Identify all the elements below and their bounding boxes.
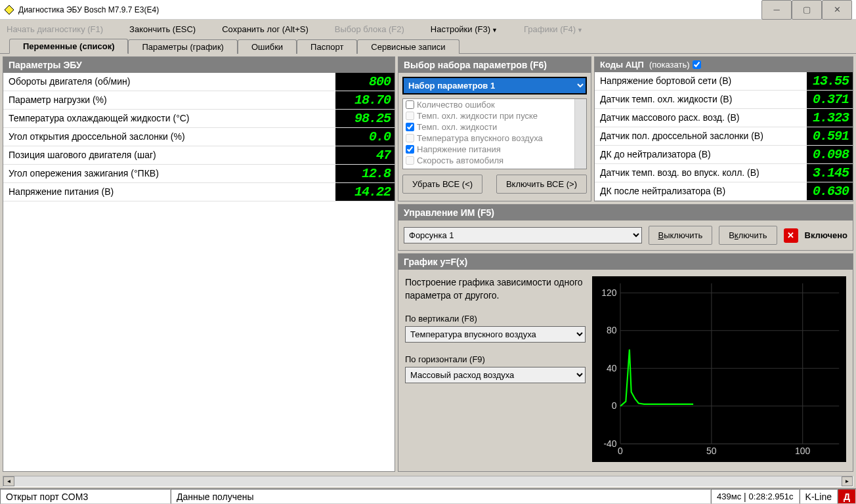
- charts-button[interactable]: Графики (F4)▼: [524, 24, 583, 34]
- check-box[interactable]: [406, 112, 414, 120]
- graph-y-select[interactable]: Температура впускного воздуха: [405, 326, 586, 343]
- svg-text:120: 120: [601, 287, 616, 298]
- scroll-right-icon[interactable]: ►: [842, 476, 853, 486]
- param-row[interactable]: Параметр нагрузки (%)18.70: [3, 91, 395, 110]
- svg-text:0: 0: [612, 400, 617, 411]
- im-close-icon[interactable]: ✕: [784, 228, 798, 243]
- param-row[interactable]: Позиция шагового двигателя (шаг)47: [3, 146, 395, 165]
- param-label: Параметр нагрузки (%): [3, 91, 335, 109]
- adc-show-checkbox[interactable]: [693, 60, 701, 69]
- app-icon: [4, 5, 14, 15]
- check-box[interactable]: [406, 145, 414, 154]
- maximize-button[interactable]: ▢: [792, 0, 822, 20]
- check-item[interactable]: Скорость автомобиля: [403, 155, 586, 166]
- ecu-params-panel: Параметры ЭБУ Обороты двигателя (об/мин)…: [3, 56, 395, 472]
- tab-errors[interactable]: Ошибки: [238, 39, 297, 54]
- check-item[interactable]: Темп. охл. жидкости: [403, 121, 586, 133]
- check-item[interactable]: Температура впускного воздуха: [403, 133, 586, 144]
- param-label: Напряжение питания (В): [3, 183, 335, 201]
- adc-value: 3.145: [807, 164, 853, 182]
- param-row[interactable]: Температура охлаждающей жидкости (°C)98.…: [3, 110, 395, 128]
- check-box[interactable]: [406, 156, 414, 165]
- check-label: Количество ошибок: [417, 100, 495, 110]
- im-status: Включено: [805, 230, 848, 240]
- adc-row[interactable]: Напряжение бортовой сети (В)13.55: [595, 72, 853, 91]
- tab-params-graph[interactable]: Параметры (график): [128, 39, 237, 54]
- param-label: Температура охлаждающей жидкости (°C): [3, 110, 335, 127]
- tab-passport[interactable]: Паспорт: [297, 39, 357, 54]
- param-row[interactable]: Угол опережения зажигания (°ПКВ)12.8: [3, 165, 395, 183]
- adc-label: Датчик пол. дроссельной заслонки (В): [595, 127, 807, 145]
- graph-y-label: По вертикали (F8): [405, 314, 586, 324]
- param-checks[interactable]: Количество ошибокТемп. охл. жидкости при…: [402, 98, 587, 169]
- finish-button[interactable]: Закончить (ESC): [129, 24, 196, 34]
- adc-row[interactable]: ДК после нейтрализатора (В)0.630: [595, 182, 853, 201]
- window-title: Диагностика ЭБУ Bosch M7.9.7 E3(E4): [18, 5, 761, 14]
- im-on-button[interactable]: Включить: [719, 226, 777, 245]
- im-header: Управление ИМ (F5): [398, 205, 853, 220]
- adc-panel: Коды АЦП (показать) Напряжение бортовой …: [594, 56, 853, 201]
- adc-value: 0.098: [807, 146, 853, 163]
- start-diag-button[interactable]: Начать диагностику (F1): [7, 24, 103, 34]
- ecu-params-list: Обороты двигателя (об/мин)800Параметр на…: [3, 73, 395, 471]
- status-d: Д: [838, 489, 856, 504]
- param-set-select[interactable]: Набор параметров 1: [402, 77, 587, 94]
- param-row[interactable]: Напряжение питания (В)14.22: [3, 183, 395, 201]
- ecu-params-header: Параметры ЭБУ: [3, 57, 395, 73]
- im-off-button[interactable]: Выключить: [649, 226, 713, 245]
- remove-all-button[interactable]: Убрать ВСЕ (<): [402, 175, 482, 194]
- check-item[interactable]: Количество ошибок: [403, 99, 586, 110]
- svg-text:-40: -40: [603, 438, 616, 449]
- param-value: 47: [335, 146, 395, 164]
- check-label: Темп. охл. жидкости: [417, 122, 497, 132]
- adc-row[interactable]: ДК до нейтрализатора (В)0.098: [595, 146, 853, 164]
- h-scrollbar[interactable]: ◄ ►: [3, 476, 853, 487]
- tab-service[interactable]: Сервисные записи: [357, 39, 459, 54]
- check-box[interactable]: [406, 100, 414, 109]
- check-item[interactable]: Напряжение питания: [403, 144, 586, 155]
- status-kline: K-Line: [800, 489, 838, 504]
- settings-button[interactable]: Настройки (F3)▼: [431, 24, 498, 34]
- param-label: Угол опережения зажигания (°ПКВ): [3, 165, 335, 182]
- adc-row[interactable]: Датчик темп. возд. во впуск. колл. (В)3.…: [595, 164, 853, 182]
- graph-panel: График y=F(x) Построение графика зависим…: [398, 253, 853, 472]
- param-set-select-wrap: Набор параметров 1: [402, 77, 587, 94]
- scroll-left-icon[interactable]: ◄: [3, 476, 14, 486]
- check-box[interactable]: [406, 134, 414, 142]
- minimize-button[interactable]: ─: [761, 0, 792, 20]
- add-all-button[interactable]: Включить ВСЕ (>): [496, 175, 587, 194]
- tabs: Переменные (список) Параметры (график) О…: [0, 38, 856, 54]
- param-row[interactable]: Угол открытия дроссельной заслонки (%)0.…: [3, 128, 395, 146]
- statusbar: Открыт порт COM3 Данные получены 439мс |…: [0, 488, 856, 504]
- toolbar: Начать диагностику (F1) Закончить (ESC) …: [0, 20, 856, 38]
- graph-header: График y=F(x): [398, 254, 853, 270]
- adc-row[interactable]: Датчик массового расх. возд. (В)1.323: [595, 109, 853, 127]
- check-item[interactable]: Темп. охл. жидкости при пуске: [403, 110, 586, 121]
- block-select-button[interactable]: Выбор блока (F2): [335, 24, 404, 34]
- svg-text:80: 80: [607, 325, 617, 335]
- adc-show-label: (показать): [649, 60, 690, 70]
- svg-text:40: 40: [607, 363, 617, 373]
- param-set-header: Выбор набора параметров (F6): [398, 57, 591, 73]
- status-ms: 439мс | 0:28:2.951с: [711, 489, 800, 504]
- adc-row[interactable]: Датчик темп. охл. жидкости (В)0.371: [595, 91, 853, 109]
- param-set-panel: Выбор набора параметров (F6) Набор парам…: [398, 56, 591, 201]
- check-label: Температура впускного воздуха: [417, 133, 543, 143]
- adc-label: Датчик темп. охл. жидкости (В): [595, 91, 807, 108]
- adc-row[interactable]: Датчик пол. дроссельной заслонки (В)0.59…: [595, 127, 853, 146]
- adc-value: 0.630: [807, 182, 853, 200]
- check-label: Скорость автомобиля: [417, 156, 503, 165]
- close-button[interactable]: ✕: [822, 0, 852, 20]
- status-data: Данные получены: [171, 489, 711, 504]
- save-log-button[interactable]: Сохранить лог (Alt+S): [222, 24, 309, 34]
- param-row[interactable]: Обороты двигателя (об/мин)800: [3, 73, 395, 91]
- svg-text:0: 0: [618, 445, 623, 455]
- tab-variables[interactable]: Переменные (список): [9, 39, 128, 54]
- svg-text:100: 100: [795, 445, 810, 455]
- im-select[interactable]: Форсунка 1: [404, 227, 642, 243]
- param-value: 12.8: [335, 165, 395, 182]
- graph-x-select[interactable]: Массовый расход воздуха: [405, 367, 586, 383]
- adc-value: 0.371: [807, 91, 853, 108]
- adc-label: Напряжение бортовой сети (В): [595, 72, 807, 90]
- check-box[interactable]: [406, 123, 414, 131]
